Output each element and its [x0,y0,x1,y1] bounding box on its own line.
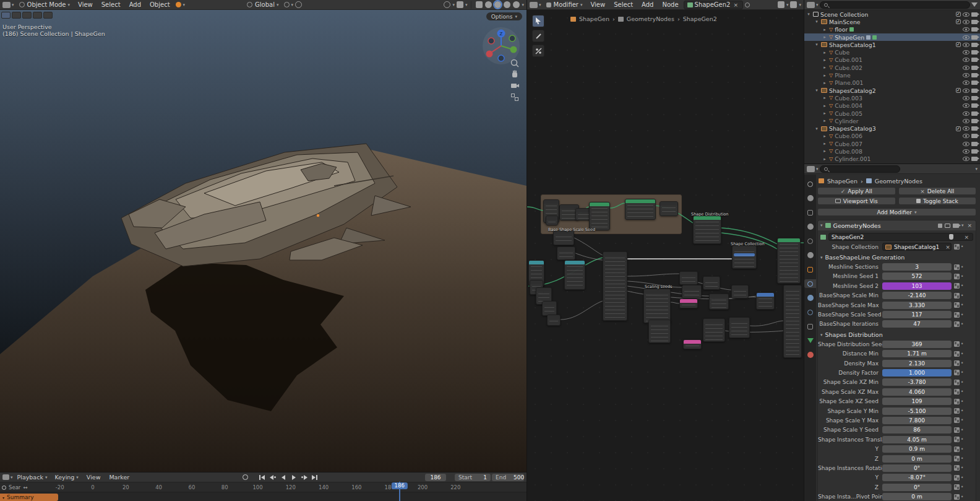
node[interactable] [693,216,721,244]
tab-object-constraints[interactable] [804,322,816,331]
outliner-row-shapescatalog1[interactable]: ▾ShapesCatalog1✓ [804,41,980,48]
disable-render-icon[interactable] [971,66,978,70]
node[interactable] [660,201,678,216]
snap-chevron-icon[interactable]: ▾ [786,2,789,7]
exclude-checkbox[interactable]: ✓ [956,12,961,17]
expand-icon[interactable]: ▸ [822,81,827,85]
outliner-row-cube-007[interactable]: ▸▽Cube.007 [804,140,980,147]
animate-dot[interactable]: • [960,399,965,404]
property-value[interactable]: 4.05 m [882,436,952,443]
gizmo-x-axis[interactable] [486,51,493,58]
property-value[interactable]: -5.100 [882,407,952,415]
disable-render-icon[interactable] [971,81,978,85]
animate-dot[interactable]: • [960,484,965,490]
exclude-checkbox[interactable]: ✓ [956,88,961,93]
editor-type-chevron-icon[interactable]: ▾ [816,167,819,172]
node[interactable] [679,298,698,308]
search-input[interactable] [830,166,896,172]
outliner-row-cube-008[interactable]: ▸▽Cube.008 [804,147,980,155]
property-value[interactable]: 369 [882,341,952,348]
disable-render-icon[interactable] [971,119,978,123]
outliner-row-shapegen[interactable]: ▸▽ShapeGen [804,33,980,41]
editor-type-icon[interactable] [2,474,9,480]
node[interactable] [783,285,802,358]
prev-keyframe-button[interactable] [268,474,277,481]
expand-icon[interactable]: ▸ [822,111,827,116]
modifier-panel-header[interactable]: ▾ GeometryNodes ▾ × [818,220,976,230]
search-input[interactable] [830,2,966,8]
next-keyframe-button[interactable] [299,474,309,481]
attribute-toggle-icon[interactable] [954,244,960,250]
expand-icon[interactable]: ▸ [822,58,827,63]
expand-icon[interactable]: ▸ [822,134,827,139]
tab-view-layer[interactable] [804,222,816,231]
gizmo-y-neg-axis[interactable] [509,35,515,41]
disable-render-icon[interactable] [971,142,978,146]
hide-eye-icon[interactable] [963,149,969,154]
start-frame-field[interactable]: Start 1 [455,474,491,481]
disable-render-icon[interactable] [971,89,978,93]
outliner-item-label[interactable]: ShapesCatalog3 [829,125,876,132]
animate-dot[interactable]: • [960,408,965,414]
expand-icon[interactable]: ▾ [806,12,811,17]
tab-object-data[interactable] [804,336,816,345]
hide-eye-icon[interactable] [963,96,969,100]
toggle-ortho-icon[interactable] [510,92,520,102]
menu-add[interactable]: Add [126,0,145,10]
expand-icon[interactable]: ▸ [822,103,827,108]
attribute-toggle-icon[interactable] [954,360,960,366]
property-value[interactable]: 117 [882,311,952,318]
property-value[interactable]: 1.000 [882,369,952,377]
node-canvas[interactable]: Base Shape Scale SeedScaling seedsShape … [527,10,804,501]
overlay-toggle-icon[interactable] [790,1,797,8]
shading-solid-icon[interactable] [494,1,501,8]
snap-magnet-icon[interactable] [284,2,290,7]
outliner-row-cylinder[interactable]: ▸▽Cylinder [804,117,980,124]
outliner-row-cube-006[interactable]: ▸▽Cube.006 [804,133,980,140]
hide-eye-icon[interactable] [963,111,969,116]
attribute-toggle-icon[interactable] [954,370,960,375]
breadcrumb-group[interactable]: ShapeGen2 [683,15,717,22]
hide-eye-icon[interactable] [963,142,969,146]
overlay-chevron-icon[interactable]: ▾ [799,2,801,7]
unlink-icon[interactable]: × [732,2,739,8]
expand-icon[interactable]: ▸ [822,157,827,162]
section-header-baseshapeline-generation[interactable]: ▾BaseShapeLine Generation [818,253,976,262]
outliner-row-plane[interactable]: ▸▽Plane [804,71,980,79]
close-icon[interactable]: × [966,222,973,229]
outliner-item-label[interactable]: ShapesCatalog1 [829,41,876,48]
exclude-checkbox[interactable]: ✓ [956,19,961,24]
animate-dot[interactable]: • [960,494,965,500]
play-reverse-button[interactable] [278,474,288,481]
new-copy-icon[interactable] [956,235,960,239]
property-value[interactable]: 4.060 [882,388,952,396]
outliner-item-label[interactable]: Cylinder.001 [835,155,870,162]
options-dropdown[interactable]: Options ▾ [486,12,522,20]
animate-dot[interactable]: • [960,475,965,481]
attribute-toggle-icon[interactable] [954,264,960,270]
gizmo-chevron-icon[interactable]: ▾ [452,2,455,7]
cursor-tool[interactable] [12,12,21,19]
disable-render-icon[interactable] [971,126,978,131]
outliner-row-cube-005[interactable]: ▸▽Cube.005 [804,110,980,117]
node[interactable] [679,271,698,285]
select-box-tool[interactable] [1,12,11,19]
fake-user-shield-icon[interactable] [949,234,953,240]
expand-icon[interactable]: ▾ [2,495,4,500]
show-gizmo-icon[interactable] [444,1,450,8]
node-menu-node[interactable]: Node [658,0,682,10]
outliner-row-plane-001[interactable]: ▸▽Plane.001 [804,79,980,87]
outliner-item-label[interactable]: Plane.001 [835,79,863,86]
node[interactable] [546,216,558,225]
hide-eye-icon[interactable] [963,73,969,77]
animate-dot[interactable]: • [960,321,965,327]
edit-mode-toggle-icon[interactable] [938,224,942,228]
attribute-toggle-icon[interactable] [954,389,960,394]
attribute-toggle-icon[interactable] [954,437,960,442]
apply-all-button[interactable]: ✓ Apply All [817,187,896,195]
expand-icon[interactable]: ▸ [822,149,827,154]
proportional-edit-icon[interactable] [295,1,302,8]
pivot-point-icon[interactable] [176,2,181,7]
shading-chevron-icon[interactable]: ▾ [522,2,524,7]
hide-eye-icon[interactable] [963,81,969,85]
